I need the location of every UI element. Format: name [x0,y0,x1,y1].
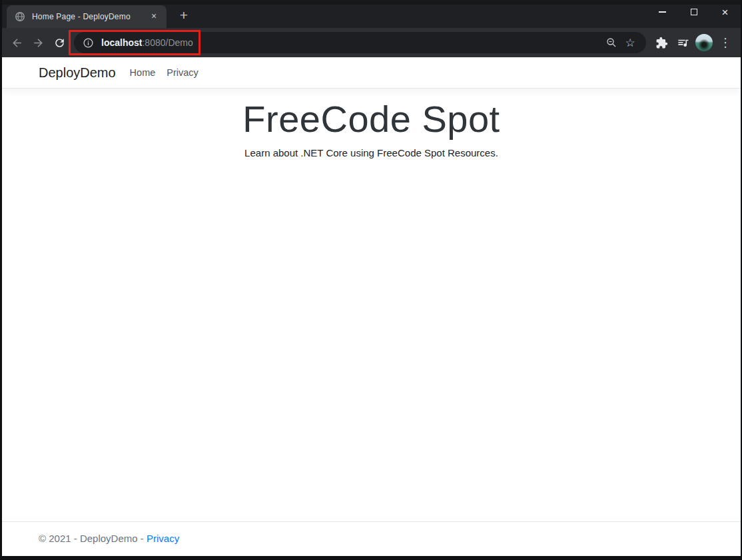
browser-window: Home Page - DeployDemo × + × [0,0,742,560]
nav-link-home[interactable]: Home [130,67,156,78]
close-icon: × [722,7,729,18]
browser-toolbar: localhost:8080/Demo ☆ [2,28,741,57]
reload-icon [53,37,66,49]
reload-button[interactable] [49,32,70,53]
footer-privacy-link[interactable]: Privacy [147,533,179,544]
zoom-icon[interactable] [602,33,621,52]
tab-strip: Home Page - DeployDemo × + × [2,0,741,28]
window-minimize-button[interactable] [647,0,678,24]
new-tab-button[interactable]: + [174,6,194,26]
bookmark-star-icon[interactable]: ☆ [621,33,639,52]
site-footer: © 2021 - DeployDemo - Privacy [2,521,741,556]
profile-avatar-button[interactable] [694,33,714,53]
browser-menu-button[interactable]: ⋮ [715,33,735,53]
puzzle-icon [655,37,668,49]
forward-arrow-icon [32,37,45,49]
globe-favicon-icon [15,11,25,22]
url-host: localhost [101,37,142,48]
brand-link[interactable]: DeployDemo [39,65,116,81]
site-navbar: DeployDemo Home Privacy [2,57,741,89]
window-maximize-button[interactable] [678,0,709,24]
page-info-icon[interactable] [81,33,95,52]
page-title: FreeCode Spot [2,97,741,141]
window-controls: × [647,0,741,24]
maximize-icon [691,9,697,15]
playlist-music-icon [677,37,689,49]
url-path: :8080/Demo [142,37,192,48]
page-subtitle: Learn about .NET Core using FreeCode Spo… [2,147,741,158]
nav-links: Home Privacy [130,67,210,78]
media-controls-button[interactable] [673,33,693,53]
menu-dots-icon: ⋮ [719,37,731,49]
forward-button[interactable] [27,32,49,53]
browser-tab[interactable]: Home Page - DeployDemo × [7,5,167,28]
hero-section: FreeCode Spot Learn about .NET Core usin… [2,89,741,158]
back-arrow-icon [11,37,23,49]
extensions-button[interactable] [651,33,671,53]
nav-link-privacy[interactable]: Privacy [167,67,198,78]
back-button[interactable] [6,32,27,53]
minimize-icon [659,11,666,13]
footer-copyright: © 2021 - DeployDemo - [39,533,147,544]
url-text: localhost:8080/Demo [101,37,602,48]
tab-close-icon[interactable]: × [148,11,160,23]
address-bar[interactable]: localhost:8080/Demo ☆ [74,32,646,53]
avatar [695,34,713,51]
window-close-button[interactable]: × [709,0,741,24]
page-viewport: DeployDemo Home Privacy FreeCode Spot Le… [2,57,741,556]
tab-title: Home Page - DeployDemo [32,12,148,21]
